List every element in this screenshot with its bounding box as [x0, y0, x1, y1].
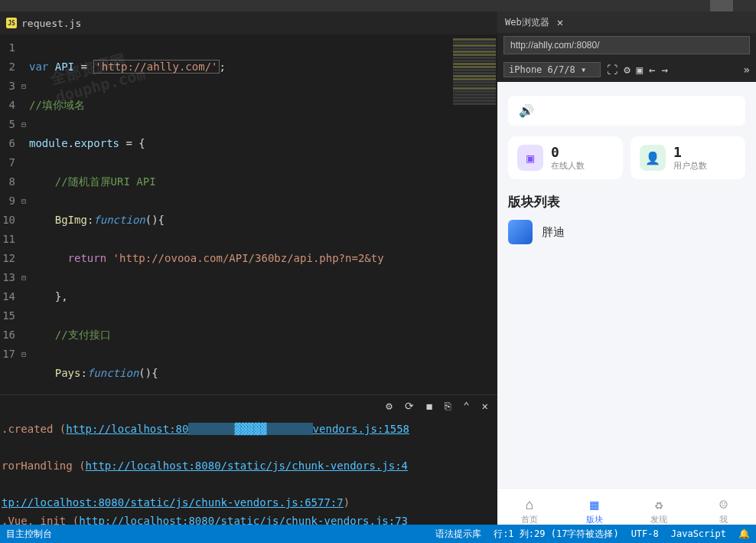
status-encoding[interactable]: UTF-8 — [631, 528, 659, 539]
line-gutter: 1234567891011121314151617 — [0, 34, 21, 394]
forward-icon[interactable]: → — [661, 64, 667, 76]
status-left[interactable]: 目主控制台 — [6, 528, 52, 541]
user-total-label: 用户总数 — [673, 160, 707, 172]
clear-icon[interactable]: ✕ — [482, 400, 488, 412]
status-language[interactable]: JavaScript — [671, 528, 726, 539]
status-position[interactable]: 行:1 列:29 (17字符被选择) — [494, 528, 618, 541]
browser-panel: Web浏览器 ✕ iPhone 6/7/8 ▾ ⛶ ⚙ ▣ ← → » 🔊 ▣ — [497, 11, 756, 532]
person-icon: ☺ — [719, 496, 728, 512]
minimap[interactable] — [451, 34, 497, 394]
online-label: 在线人数 — [551, 160, 585, 172]
user-total-card[interactable]: 👤 1 用户总数 — [631, 136, 745, 179]
home-icon: ⌂ — [526, 496, 534, 512]
editor-panel: JS request.js 1234567891011121314151617 … — [0, 11, 497, 532]
editor-tabs: JS request.js — [0, 11, 497, 34]
online-count: 0 — [551, 144, 585, 160]
back-icon[interactable]: ← — [649, 64, 655, 76]
list-item[interactable]: 胖迪 — [508, 220, 745, 244]
browser-toolbar: iPhone 6/7/8 ▾ ⛶ ⚙ ▣ ← → » — [497, 57, 756, 82]
terminal-output[interactable]: .created (http://localhost:80▓▓▓▓▓vendor… — [0, 417, 497, 532]
online-count-card[interactable]: ▣ 0 在线人数 — [508, 136, 623, 179]
js-file-icon: JS — [6, 18, 17, 28]
bell-icon[interactable]: 🔔 — [738, 528, 750, 539]
screenshot-icon[interactable]: ▣ — [637, 64, 643, 76]
file-tab[interactable]: JS request.js — [6, 18, 81, 29]
refresh-icon[interactable]: ⟳ — [405, 400, 414, 412]
browser-tab-label[interactable]: Web浏览器 — [505, 16, 549, 29]
stop-icon[interactable]: ◼ — [426, 400, 432, 412]
close-icon[interactable]: ✕ — [557, 16, 563, 28]
window-btn[interactable] — [710, 0, 733, 11]
device-select[interactable]: iPhone 6/7/8 ▾ — [503, 62, 601, 77]
speaker-icon: 🔊 — [519, 103, 534, 118]
cube-icon: ▣ — [517, 145, 543, 171]
mobile-preview: 🔊 ▣ 0 在线人数 👤 1 用户总数 — [497, 82, 756, 532]
fold-gutter: ⊟ ⊟ ⊟ ⊟ ⊟ — [21, 34, 29, 394]
user-total: 1 — [673, 144, 707, 160]
bug-icon[interactable]: ⚙ — [386, 400, 392, 412]
gear-icon[interactable]: ⚙ — [624, 64, 630, 76]
section-title: 版块列表 — [508, 193, 745, 211]
terminal-panel: ⚙ ⟳ ◼ ⎘ ⌃ ✕ .created (http://localhost:8… — [0, 394, 497, 532]
tab-filename: request.js — [21, 18, 81, 29]
terminal-toolbar: ⚙ ⟳ ◼ ⎘ ⌃ ✕ — [0, 395, 497, 417]
browser-tab-bar: Web浏览器 ✕ — [497, 11, 756, 33]
export-icon[interactable]: ⎘ — [445, 400, 451, 412]
sound-card[interactable]: 🔊 — [508, 96, 745, 126]
item-icon — [508, 220, 533, 244]
rotate-icon[interactable]: ⛶ — [607, 64, 618, 76]
item-label: 胖迪 — [542, 225, 565, 240]
chevron-up-icon[interactable]: ⌃ — [463, 400, 469, 412]
url-input[interactable] — [503, 36, 750, 54]
grid-icon: ▦ — [590, 496, 598, 512]
code-editor[interactable]: var API = 'http://ahlly.com/'; //填你域名 mo… — [29, 34, 451, 394]
status-syntax[interactable]: 语法提示库 — [435, 528, 481, 541]
status-bar: 目主控制台 语法提示库 行:1 列:29 (17字符被选择) UTF-8 Jav… — [0, 525, 756, 543]
more-icon[interactable]: » — [744, 64, 750, 76]
user-icon: 👤 — [640, 145, 666, 171]
title-bar — [0, 0, 756, 11]
gift-icon: ♻ — [655, 496, 663, 512]
